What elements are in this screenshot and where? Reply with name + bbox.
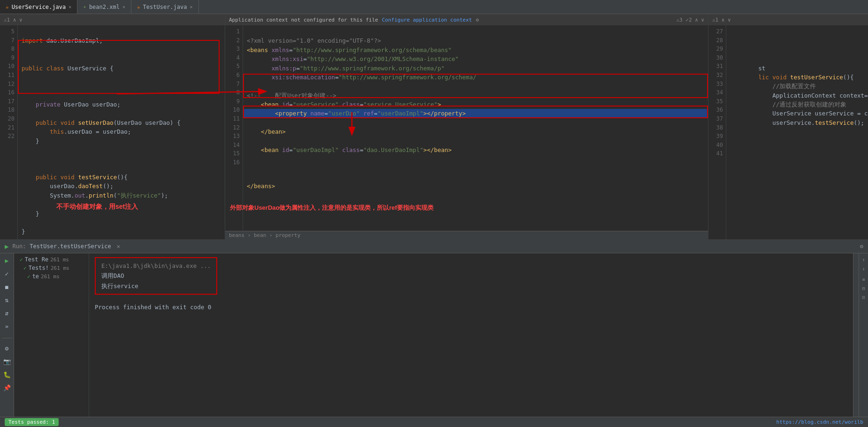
stop-button[interactable]: ◼ <box>2 282 12 292</box>
status-bar: Tests passed: 1 https://blog.csdn.net/wo… <box>0 417 868 427</box>
run-icon: ▶ <box>5 243 8 250</box>
tests-passed-badge: Tests passed: 1 <box>5 418 59 426</box>
pin-icon[interactable]: 📌 <box>2 382 12 393</box>
editor2-code-content[interactable]: <?xml version="1.0" encoding="UTF-8"?> <… <box>243 25 708 231</box>
editor2-warning-count: ⚠3 ✓2 ∧ ∨ <box>676 17 704 23</box>
editor-userservice: ⚠1 ∧ ∨ 5 7 8 9 10 11 12 <box>0 14 225 239</box>
check-button[interactable]: ✓ <box>2 268 12 279</box>
editor2-info-text: Application context not configured for t… <box>229 17 378 23</box>
run-title-close[interactable]: ✕ <box>117 243 120 250</box>
debug-icon[interactable]: 🐛 <box>2 369 12 380</box>
right-btn-1[interactable]: ↑ <box>862 255 865 264</box>
run-toolbar: ▶ ✓ ◼ ⇅ ⇵ » ⚙ 📷 🐛 📌 <box>0 253 14 417</box>
tab-userservice[interactable]: ☕ UserService.java ✕ <box>0 0 77 14</box>
tab-label-userservice: UserService.java <box>12 4 66 10</box>
annotation-property-inject: 外部对象UserDao做为属性注入，注意用的是实现类，所以ref要指向实现类 <box>230 204 434 212</box>
tab-close-userservice[interactable]: ✕ <box>69 4 71 9</box>
tab-label-bean2xml: bean2.xml <box>89 4 120 10</box>
tab-label-testuser: TestUser.java <box>143 4 187 10</box>
run-panel: ▶ Run: TestUser.testUserService ✕ ⚙ ▶ ✓ … <box>0 239 868 417</box>
run-tree-label-2: te <box>32 273 39 280</box>
run-title-prefix: Run: <box>12 243 26 250</box>
run-tree-label-0: Test Re <box>25 256 49 263</box>
check-icon-1: ✓ <box>23 265 27 271</box>
check-icon-2: ✓ <box>27 274 30 280</box>
gear-icon[interactable]: ⚙ <box>476 17 479 23</box>
xml-icon: ✦ <box>83 4 86 10</box>
tab-close-bean2xml[interactable]: ✕ <box>122 4 125 9</box>
editor3-code-area[interactable]: 27 28 29 30 31 32 33 34 35 36 37 38 39 4… <box>708 25 868 239</box>
run-output-line-0: 调用DAO <box>101 271 211 281</box>
run-tree-ms-0: 261 ms <box>50 257 69 263</box>
run-sidebar: ✓ Test Re 261 ms ✓ Tests! 261 ms ✓ te 26… <box>14 253 89 417</box>
editor1-info-bar: ⚠1 ∧ ∨ <box>0 14 225 25</box>
configure-link[interactable]: Configure application context <box>382 17 472 23</box>
sort-up-button[interactable]: ⇅ <box>2 295 12 305</box>
run-tree-item-1[interactable]: ✓ Tests! 261 ms <box>14 264 89 272</box>
tab-bean2xml[interactable]: ✦ bean2.xml ✕ <box>77 0 131 14</box>
more-button[interactable]: » <box>2 321 12 331</box>
run-output: E:\java1.8\jdk\bin\java.exe ... 调用DAO 执行… <box>89 253 853 417</box>
camera-icon[interactable]: 📷 <box>2 356 12 366</box>
run-tree-ms-1: 261 ms <box>51 265 69 271</box>
right-btn-4[interactable]: ⊟ <box>862 284 865 293</box>
tab-testuser[interactable]: ☕ TestUser.java ✕ <box>131 0 199 14</box>
check-icon-0: ✓ <box>20 257 23 263</box>
settings-icon2[interactable]: ⚙ <box>2 343 12 353</box>
editor-testuser: ⚠1 ∧ ∨ 27 28 29 30 31 32 33 34 35 36 37 … <box>708 14 868 239</box>
run-output-line-1: 执行service <box>101 281 211 291</box>
run-settings-icon[interactable]: ⚙ <box>860 243 863 250</box>
sort-down-button[interactable]: ⇵ <box>2 308 12 318</box>
rerun-button[interactable]: ▶ <box>2 255 12 266</box>
run-tree-item-0[interactable]: ✓ Test Re 261 ms <box>14 255 89 264</box>
run-scrollbar[interactable] <box>853 253 859 417</box>
tab-bar: ☕ UserService.java ✕ ✦ bean2.xml ✕ ☕ Tes… <box>0 0 868 14</box>
editor3-info-bar: ⚠1 ∧ ∨ <box>708 14 868 25</box>
annotation-set-inject: 不手动创建对象，用set注入 <box>56 203 138 211</box>
right-btn-2[interactable]: ↓ <box>862 264 865 273</box>
java-icon: ☕ <box>6 4 9 10</box>
run-process-line: Process finished with exit code 0 <box>95 302 847 312</box>
tab-close-testuser[interactable]: ✕ <box>190 4 192 9</box>
editor2-code-area[interactable]: 1 2 3 4 5 6 7 8 9 10 11 12 13 14 15 16 <box>225 25 708 231</box>
editor3-line-numbers: 27 28 29 30 31 32 33 34 35 36 37 38 39 4… <box>708 25 726 239</box>
url-label: https://blog.csdn.net/worilb <box>777 419 863 425</box>
right-btn-5[interactable]: ⊡ <box>862 293 865 302</box>
editor2-line-numbers: 1 2 3 4 5 6 7 8 9 10 11 12 13 14 15 16 <box>225 25 243 231</box>
editor1-warning: ⚠1 ∧ ∨ <box>4 17 23 23</box>
editor2-breadcrumb: beans › bean › property <box>225 231 708 239</box>
run-title: TestUser.testUserService <box>30 243 111 250</box>
run-header: ▶ Run: TestUser.testUserService ✕ ⚙ <box>0 239 868 253</box>
editor-bean2xml: Application context not configured for t… <box>225 14 708 239</box>
right-toolbar: ↑ ↓ ≡ ⊟ ⊡ <box>859 253 868 417</box>
run-tree-item-2[interactable]: ✓ te 261 ms <box>14 272 89 281</box>
editor3-code-content[interactable]: st lic void testUserService(){ //加载配置文件 … <box>726 25 868 239</box>
editor1-line-numbers: 5 7 8 9 10 11 12 16 17 18 20 21 <box>0 25 18 239</box>
right-btn-3[interactable]: ≡ <box>862 275 865 284</box>
run-body: ▶ ✓ ◼ ⇅ ⇵ » ⚙ 📷 🐛 📌 ✓ Test Re 261 ms <box>0 253 868 417</box>
run-cmd-line: E:\java1.8\jdk\bin\java.exe ... <box>101 261 211 271</box>
run-tree-ms-2: 261 ms <box>41 274 60 280</box>
run-tree-label-1: Tests! <box>29 265 49 271</box>
editor3-warning: ⚠1 ∧ ∨ <box>712 17 731 23</box>
java-icon-2: ☕ <box>137 4 140 10</box>
editor2-info-bar: Application context not configured for t… <box>225 14 708 25</box>
